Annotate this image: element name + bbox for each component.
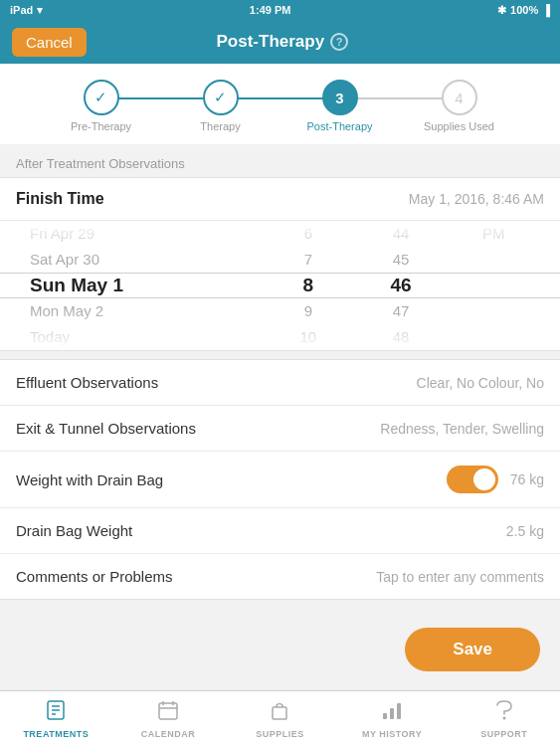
step-therapy[interactable]: ✓ Therapy xyxy=(161,80,280,132)
drain-bag-value: 2.5 kg xyxy=(506,523,544,539)
main-content: ✓ Pre-Therapy ✓ Therapy 3 Post-Therapy 4… xyxy=(0,64,560,690)
exit-tunnel-value: Redness, Tender, Swelling xyxy=(380,421,544,437)
toggle-knob xyxy=(473,468,495,490)
picker-hour-6: 10 xyxy=(262,324,354,350)
tab-history-label: MY HISTORY xyxy=(362,729,422,739)
status-bar: iPad ▾ 1:49 PM ✱ 100% ▐ xyxy=(0,0,560,20)
svg-rect-11 xyxy=(397,703,401,719)
weight-drain-row[interactable]: Weight with Drain Bag 76 kg xyxy=(0,452,560,508)
wifi-status-icon: ▾ xyxy=(37,4,43,17)
wifi-icon xyxy=(477,474,491,485)
picker-date-row-5: Mon May 2 xyxy=(30,298,262,324)
picker-ampm-col: AM PM xyxy=(448,221,540,350)
svg-rect-10 xyxy=(390,708,394,719)
cancel-button[interactable]: Cancel xyxy=(12,28,87,57)
weight-toggle[interactable] xyxy=(447,466,498,493)
status-right: ✱ 100% ▐ xyxy=(497,4,550,17)
picker-hour-4: 8 xyxy=(262,273,354,298)
drain-bag-row[interactable]: Drain Bag Weight 2.5 kg xyxy=(0,508,560,554)
picker-min-5: 47 xyxy=(354,298,447,324)
exit-tunnel-row[interactable]: Exit & Tunnel Observations Redness, Tend… xyxy=(0,406,560,452)
weight-drain-value: 76 kg xyxy=(510,471,544,487)
finish-time-card: Finish Time May 1, 2016, 8:46 AM Thu Apr… xyxy=(0,177,560,351)
step-circle-4: 4 xyxy=(442,80,477,115)
tab-supplies[interactable]: SUPPLIES xyxy=(224,699,336,739)
picker-ampm-5: PM xyxy=(448,221,540,247)
content-area: After Treatment Observations Finish Time… xyxy=(0,144,560,687)
picker-columns: Thu Apr 28 Fri Apr 29 Sat Apr 30 Sun May… xyxy=(0,221,560,350)
tab-treatments-label: TREATMENTS xyxy=(23,729,89,739)
support-icon xyxy=(493,699,515,726)
help-icon[interactable]: ? xyxy=(330,33,348,51)
step-pre-therapy[interactable]: ✓ Pre-Therapy xyxy=(42,80,161,132)
calendar-icon xyxy=(157,699,179,726)
picker-date-row-2: Fri Apr 29 xyxy=(30,221,262,247)
observations-card: Effluent Observations Clear, No Colour, … xyxy=(0,359,560,600)
tab-support-label: SUPPORT xyxy=(480,729,527,739)
svg-rect-4 xyxy=(159,703,177,719)
step-label-2: Therapy xyxy=(200,120,240,132)
picker-date-col: Thu Apr 28 Fri Apr 29 Sat Apr 30 Sun May… xyxy=(20,221,262,350)
tab-bar: TREATMENTS CALENDAR SUPPLIES MY HISTORY … xyxy=(0,690,560,746)
picker-hour-3: 7 xyxy=(262,247,354,273)
exit-tunnel-label: Exit & Tunnel Observations xyxy=(16,420,196,437)
save-button[interactable]: Save xyxy=(405,628,540,671)
step-post-therapy[interactable]: 3 Post-Therapy xyxy=(280,80,400,132)
picker-min-col: 43 44 45 46 47 48 49 xyxy=(354,221,447,350)
tab-my-history[interactable]: MY HISTORY xyxy=(336,699,449,739)
step-supplies-used[interactable]: 4 Supplies Used xyxy=(400,80,519,132)
step-circle-3: 3 xyxy=(322,80,358,115)
nav-bar: Cancel Post-Therapy ? xyxy=(0,20,560,64)
comments-placeholder: Tap to enter any comments xyxy=(376,569,544,585)
nav-title: Post-Therapy ? xyxy=(217,32,349,52)
comments-row[interactable]: Comments or Problems Tap to enter any co… xyxy=(0,554,560,599)
finish-time-value: May 1, 2016, 8:46 AM xyxy=(409,191,544,207)
picker-date-row-3: Sat Apr 30 xyxy=(30,247,262,273)
treatments-icon xyxy=(45,699,67,726)
section-header: After Treatment Observations xyxy=(0,144,560,177)
supplies-icon xyxy=(269,699,290,726)
picker-min-2: 44 xyxy=(354,221,447,247)
step-label-1: Pre-Therapy xyxy=(71,120,131,132)
effluent-value: Clear, No Colour, No xyxy=(417,375,544,391)
tab-calendar-label: CALENDAR xyxy=(141,729,196,739)
effluent-label: Effluent Observations xyxy=(16,374,158,391)
tab-treatments[interactable]: TREATMENTS xyxy=(0,699,112,739)
time-picker[interactable]: Thu Apr 28 Fri Apr 29 Sat Apr 30 Sun May… xyxy=(0,221,560,350)
step-circle-1: ✓ xyxy=(84,80,119,115)
picker-hour-5: 9 xyxy=(262,298,354,324)
comments-label: Comments or Problems xyxy=(16,568,173,585)
tab-support[interactable]: SUPPORT xyxy=(448,699,560,739)
weight-row-right: 76 kg xyxy=(447,466,544,493)
effluent-row[interactable]: Effluent Observations Clear, No Colour, … xyxy=(0,360,560,406)
step-circle-2: ✓ xyxy=(203,80,239,115)
bluetooth-icon: ✱ xyxy=(497,4,506,17)
svg-rect-9 xyxy=(383,713,387,719)
picker-date-row-6: Today xyxy=(30,324,262,350)
picker-hour-col: 5 6 7 8 9 10 11 xyxy=(262,221,354,350)
picker-min-4: 46 xyxy=(354,273,447,298)
step-label-3: Post-Therapy xyxy=(306,120,372,132)
finish-time-row: Finish Time May 1, 2016, 8:46 AM xyxy=(0,178,560,221)
battery-label: 100% xyxy=(510,4,538,16)
battery-icon: ▐ xyxy=(542,4,550,16)
time-label: 1:49 PM xyxy=(250,4,291,16)
picker-hour-2: 6 xyxy=(262,221,354,247)
drain-bag-label: Drain Bag Weight xyxy=(16,522,132,539)
tab-calendar[interactable]: CALENDAR xyxy=(112,699,225,739)
tab-supplies-label: SUPPLIES xyxy=(256,729,304,739)
page-title: Post-Therapy xyxy=(217,32,325,52)
picker-min-6: 48 xyxy=(354,324,447,350)
status-left: iPad ▾ xyxy=(10,4,43,17)
svg-point-12 xyxy=(502,716,505,719)
picker-date-row-4: Sun May 1 xyxy=(30,273,262,298)
steps-container: ✓ Pre-Therapy ✓ Therapy 3 Post-Therapy 4… xyxy=(0,64,560,144)
finish-time-label: Finish Time xyxy=(16,190,104,208)
step-label-4: Supplies Used xyxy=(424,120,494,132)
svg-rect-8 xyxy=(273,707,286,719)
carrier-label: iPad xyxy=(10,4,33,16)
history-icon xyxy=(381,699,403,726)
save-button-container: Save xyxy=(0,608,560,687)
weight-drain-label: Weight with Drain Bag xyxy=(16,471,163,488)
picker-min-3: 45 xyxy=(354,247,447,273)
